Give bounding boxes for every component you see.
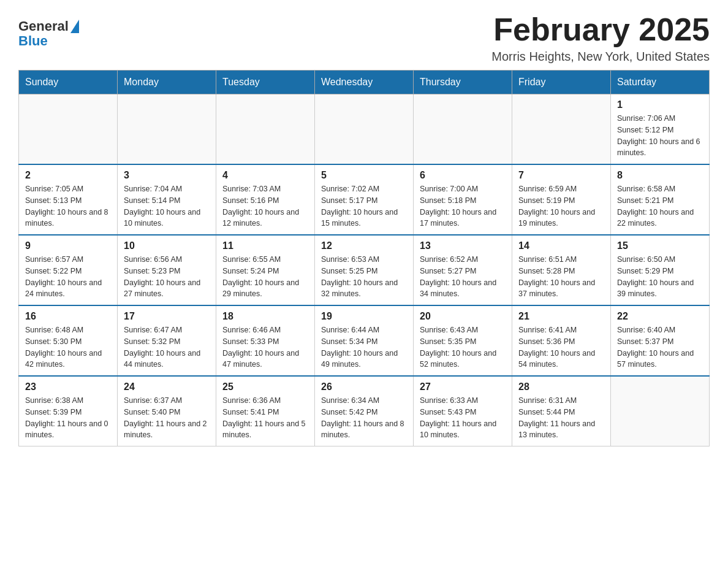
- calendar-day-cell: 10Sunrise: 6:56 AM Sunset: 5:23 PM Dayli…: [118, 235, 216, 305]
- day-number: 12: [321, 240, 407, 251]
- day-number: 28: [518, 381, 604, 393]
- calendar-day-cell: 6Sunrise: 7:00 AM Sunset: 5:18 PM Daylig…: [414, 164, 512, 235]
- calendar-day-cell: 14Sunrise: 6:51 AM Sunset: 5:28 PM Dayli…: [512, 235, 611, 305]
- calendar-day-cell: [315, 94, 414, 165]
- day-info: Sunrise: 6:59 AM Sunset: 5:19 PM Dayligh…: [518, 183, 604, 229]
- day-number: 9: [25, 240, 111, 251]
- calendar-day-cell: 2Sunrise: 7:05 AM Sunset: 5:13 PM Daylig…: [19, 164, 118, 235]
- calendar-day-cell: 21Sunrise: 6:41 AM Sunset: 5:36 PM Dayli…: [512, 305, 611, 376]
- calendar-day-cell: [611, 376, 710, 446]
- calendar-week-row: 2Sunrise: 7:05 AM Sunset: 5:13 PM Daylig…: [19, 164, 710, 235]
- day-info: Sunrise: 7:06 AM Sunset: 5:12 PM Dayligh…: [617, 113, 703, 159]
- day-info: Sunrise: 7:05 AM Sunset: 5:13 PM Dayligh…: [25, 183, 111, 229]
- day-info: Sunrise: 6:46 AM Sunset: 5:33 PM Dayligh…: [222, 324, 308, 370]
- calendar-day-cell: 23Sunrise: 6:38 AM Sunset: 5:39 PM Dayli…: [19, 376, 118, 446]
- calendar-day-cell: [216, 94, 315, 165]
- calendar-week-row: 16Sunrise: 6:48 AM Sunset: 5:30 PM Dayli…: [19, 305, 710, 376]
- calendar-day-cell: 18Sunrise: 6:46 AM Sunset: 5:33 PM Dayli…: [216, 305, 315, 376]
- weekday-header-thursday: Thursday: [414, 71, 512, 94]
- calendar-day-cell: 3Sunrise: 7:04 AM Sunset: 5:14 PM Daylig…: [118, 164, 216, 235]
- calendar-day-cell: 20Sunrise: 6:43 AM Sunset: 5:35 PM Dayli…: [414, 305, 512, 376]
- calendar-day-cell: 9Sunrise: 6:57 AM Sunset: 5:22 PM Daylig…: [19, 235, 118, 305]
- calendar-day-cell: [512, 94, 611, 165]
- day-number: 22: [617, 311, 703, 322]
- calendar-day-cell: 12Sunrise: 6:53 AM Sunset: 5:25 PM Dayli…: [315, 235, 414, 305]
- day-number: 10: [124, 240, 210, 251]
- day-number: 14: [518, 240, 604, 251]
- logo-triangle-icon: [70, 20, 79, 33]
- day-info: Sunrise: 6:36 AM Sunset: 5:41 PM Dayligh…: [222, 395, 308, 441]
- day-number: 7: [518, 170, 604, 181]
- day-number: 11: [222, 240, 308, 251]
- day-number: 17: [124, 311, 210, 322]
- day-number: 8: [617, 170, 703, 181]
- day-info: Sunrise: 6:55 AM Sunset: 5:24 PM Dayligh…: [222, 254, 308, 300]
- day-info: Sunrise: 6:48 AM Sunset: 5:30 PM Dayligh…: [25, 324, 111, 370]
- calendar-header-row: SundayMondayTuesdayWednesdayThursdayFrid…: [19, 71, 710, 94]
- day-info: Sunrise: 6:44 AM Sunset: 5:34 PM Dayligh…: [321, 324, 407, 370]
- day-info: Sunrise: 6:37 AM Sunset: 5:40 PM Dayligh…: [124, 395, 210, 441]
- day-info: Sunrise: 6:47 AM Sunset: 5:32 PM Dayligh…: [124, 324, 210, 370]
- day-number: 25: [222, 381, 308, 393]
- day-number: 13: [420, 240, 506, 251]
- logo: General Blue: [18, 18, 79, 49]
- calendar-day-cell: 1Sunrise: 7:06 AM Sunset: 5:12 PM Daylig…: [611, 94, 710, 165]
- calendar-day-cell: 4Sunrise: 7:03 AM Sunset: 5:16 PM Daylig…: [216, 164, 315, 235]
- calendar-week-row: 9Sunrise: 6:57 AM Sunset: 5:22 PM Daylig…: [19, 235, 710, 305]
- calendar-day-cell: 26Sunrise: 6:34 AM Sunset: 5:42 PM Dayli…: [315, 376, 414, 446]
- day-info: Sunrise: 7:04 AM Sunset: 5:14 PM Dayligh…: [124, 183, 210, 229]
- day-number: 24: [124, 381, 210, 393]
- day-number: 4: [222, 170, 308, 181]
- day-info: Sunrise: 6:57 AM Sunset: 5:22 PM Dayligh…: [25, 254, 111, 300]
- page-header: General Blue February 2025 Morris Height…: [18, 12, 710, 64]
- day-number: 23: [25, 381, 111, 393]
- location-label: Morris Heights, New York, United States: [491, 50, 710, 64]
- logo-blue-text: Blue: [18, 33, 48, 49]
- day-info: Sunrise: 6:56 AM Sunset: 5:23 PM Dayligh…: [124, 254, 210, 300]
- day-info: Sunrise: 7:02 AM Sunset: 5:17 PM Dayligh…: [321, 183, 407, 229]
- day-info: Sunrise: 6:33 AM Sunset: 5:43 PM Dayligh…: [420, 395, 506, 441]
- weekday-header-friday: Friday: [512, 71, 611, 94]
- day-info: Sunrise: 6:51 AM Sunset: 5:28 PM Dayligh…: [518, 254, 604, 300]
- calendar-day-cell: 11Sunrise: 6:55 AM Sunset: 5:24 PM Dayli…: [216, 235, 315, 305]
- day-info: Sunrise: 6:50 AM Sunset: 5:29 PM Dayligh…: [617, 254, 703, 300]
- weekday-header-sunday: Sunday: [19, 71, 118, 94]
- calendar-day-cell: 24Sunrise: 6:37 AM Sunset: 5:40 PM Dayli…: [118, 376, 216, 446]
- calendar-day-cell: [414, 94, 512, 165]
- weekday-header-saturday: Saturday: [611, 71, 710, 94]
- calendar-day-cell: 17Sunrise: 6:47 AM Sunset: 5:32 PM Dayli…: [118, 305, 216, 376]
- day-info: Sunrise: 6:40 AM Sunset: 5:37 PM Dayligh…: [617, 324, 703, 370]
- day-info: Sunrise: 6:52 AM Sunset: 5:27 PM Dayligh…: [420, 254, 506, 300]
- day-info: Sunrise: 6:43 AM Sunset: 5:35 PM Dayligh…: [420, 324, 506, 370]
- weekday-header-tuesday: Tuesday: [216, 71, 315, 94]
- calendar-day-cell: 13Sunrise: 6:52 AM Sunset: 5:27 PM Dayli…: [414, 235, 512, 305]
- calendar-day-cell: 5Sunrise: 7:02 AM Sunset: 5:17 PM Daylig…: [315, 164, 414, 235]
- day-number: 5: [321, 170, 407, 181]
- day-info: Sunrise: 6:34 AM Sunset: 5:42 PM Dayligh…: [321, 395, 407, 441]
- day-info: Sunrise: 6:31 AM Sunset: 5:44 PM Dayligh…: [518, 395, 604, 441]
- calendar-day-cell: 16Sunrise: 6:48 AM Sunset: 5:30 PM Dayli…: [19, 305, 118, 376]
- title-section: February 2025 Morris Heights, New York, …: [491, 12, 710, 64]
- calendar-day-cell: 25Sunrise: 6:36 AM Sunset: 5:41 PM Dayli…: [216, 376, 315, 446]
- day-info: Sunrise: 7:03 AM Sunset: 5:16 PM Dayligh…: [222, 183, 308, 229]
- day-info: Sunrise: 6:58 AM Sunset: 5:21 PM Dayligh…: [617, 183, 703, 229]
- day-info: Sunrise: 7:00 AM Sunset: 5:18 PM Dayligh…: [420, 183, 506, 229]
- calendar-day-cell: [19, 94, 118, 165]
- calendar-day-cell: 15Sunrise: 6:50 AM Sunset: 5:29 PM Dayli…: [611, 235, 710, 305]
- day-number: 21: [518, 311, 604, 322]
- day-number: 27: [420, 381, 506, 393]
- calendar-table: SundayMondayTuesdayWednesdayThursdayFrid…: [18, 70, 710, 446]
- calendar-day-cell: 19Sunrise: 6:44 AM Sunset: 5:34 PM Dayli…: [315, 305, 414, 376]
- day-info: Sunrise: 6:53 AM Sunset: 5:25 PM Dayligh…: [321, 254, 407, 300]
- month-title: February 2025: [491, 12, 710, 47]
- day-info: Sunrise: 6:41 AM Sunset: 5:36 PM Dayligh…: [518, 324, 604, 370]
- day-number: 2: [25, 170, 111, 181]
- calendar-day-cell: 27Sunrise: 6:33 AM Sunset: 5:43 PM Dayli…: [414, 376, 512, 446]
- day-number: 6: [420, 170, 506, 181]
- weekday-header-wednesday: Wednesday: [315, 71, 414, 94]
- day-number: 26: [321, 381, 407, 393]
- weekday-header-monday: Monday: [118, 71, 216, 94]
- day-number: 3: [124, 170, 210, 181]
- calendar-day-cell: 8Sunrise: 6:58 AM Sunset: 5:21 PM Daylig…: [611, 164, 710, 235]
- calendar-day-cell: [118, 94, 216, 165]
